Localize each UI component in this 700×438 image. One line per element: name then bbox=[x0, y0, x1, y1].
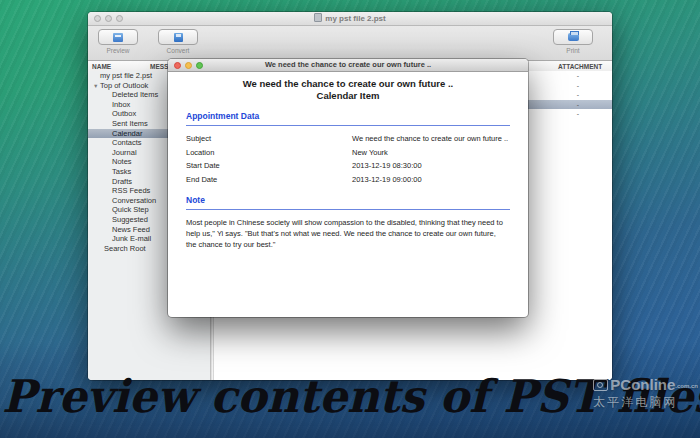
preview-button-label: Preview bbox=[96, 47, 140, 54]
preview-button[interactable]: Preview bbox=[96, 29, 140, 54]
print-button[interactable]: Print bbox=[551, 29, 595, 54]
field-value: 2013-12-19 09:00:00 bbox=[352, 173, 422, 187]
field-value: 2013-12-19 08:30:00 bbox=[352, 159, 422, 173]
sidebar-folder-label: Notes bbox=[112, 157, 132, 166]
watermark-suffix: .com.cn bbox=[675, 383, 698, 389]
window-title: my pst file 2.pst bbox=[88, 12, 612, 25]
section-divider bbox=[186, 125, 510, 126]
sidebar-folder-label: Suggested bbox=[112, 215, 148, 224]
item-heading: We need the chance to create our own fut… bbox=[168, 78, 528, 102]
section-divider bbox=[186, 209, 510, 210]
watermark-chinese: 太平洋电脑网 bbox=[593, 394, 698, 411]
field-value: We need the chance to create our own fut… bbox=[352, 132, 508, 146]
sidebar-folder-label: Tasks bbox=[112, 167, 131, 176]
dialog-titlebar[interactable]: We need the chance to create our own fut… bbox=[168, 59, 528, 72]
sidebar-folder-label: RSS Feeds bbox=[112, 186, 150, 195]
close-button[interactable] bbox=[94, 15, 101, 22]
sidebar-folder-label: Inbox bbox=[112, 100, 130, 109]
item-preview-dialog: We need the chance to create our own fut… bbox=[168, 59, 528, 317]
sidebar-folder-label: Sent Items bbox=[112, 119, 148, 128]
minimize-button[interactable] bbox=[105, 15, 112, 22]
appointment-data-section-label: Appointment Data bbox=[186, 111, 510, 121]
watermark-brand: PConline bbox=[610, 376, 675, 393]
attachment-cell: - bbox=[566, 71, 590, 81]
sidebar-folder-label: Drafts bbox=[112, 177, 132, 186]
field-label: Start Date bbox=[186, 159, 220, 173]
field-value: New Yourk bbox=[352, 146, 388, 160]
sidebar-folder-label: News Feed bbox=[112, 225, 150, 234]
field-row: Subject We need the chance to create our… bbox=[168, 132, 528, 146]
sidebar-folder-label: Outbox bbox=[112, 109, 136, 118]
attachment-cell: - bbox=[566, 81, 590, 91]
print-button-label: Print bbox=[551, 47, 595, 54]
sidebar-folder-label: Search Root bbox=[104, 244, 146, 253]
field-label: Subject bbox=[186, 132, 211, 146]
preview-icon bbox=[113, 33, 123, 42]
document-icon bbox=[314, 13, 322, 22]
item-heading-type: Calendar Item bbox=[168, 90, 528, 102]
zoom-button[interactable] bbox=[116, 15, 123, 22]
dialog-close-button[interactable] bbox=[174, 62, 181, 69]
note-text: Most people in Chinese society will show… bbox=[186, 217, 504, 250]
item-heading-subject: We need the chance to create our own fut… bbox=[168, 78, 528, 90]
sidebar-folder-label: Junk E-mail bbox=[112, 234, 151, 243]
convert-icon bbox=[174, 33, 183, 42]
main-toolbar: Preview Convert Print bbox=[88, 26, 612, 61]
caption-text: Preview contents of PST files. bbox=[2, 370, 686, 423]
field-label: End Date bbox=[186, 173, 217, 187]
print-icon bbox=[568, 33, 579, 41]
convert-button[interactable]: Convert bbox=[156, 29, 200, 54]
main-titlebar[interactable]: my pst file 2.pst bbox=[88, 12, 612, 26]
appointment-fields: Subject We need the chance to create our… bbox=[168, 132, 528, 186]
sidebar-folder-label: Conversation bbox=[112, 196, 156, 205]
camera-logo-icon bbox=[593, 379, 608, 391]
dialog-minimize-button[interactable] bbox=[185, 62, 192, 69]
sidebar-folder-label: Contacts bbox=[112, 138, 142, 147]
field-row: End Date 2013-12-19 09:00:00 bbox=[168, 173, 528, 187]
dialog-zoom-button[interactable] bbox=[196, 62, 203, 69]
sidebar-folder-label: Journal bbox=[112, 148, 137, 157]
attachment-cell: - bbox=[566, 100, 590, 110]
sidebar-folder-label: my pst file 2.pst bbox=[100, 71, 152, 80]
sidebar-folder-label: Deleted Items bbox=[112, 90, 158, 99]
attachment-cell: - bbox=[566, 109, 590, 119]
sidebar-folder-label: Calendar bbox=[112, 129, 142, 138]
sidebar-folder-label: Top of Outlook bbox=[100, 81, 148, 90]
field-row: Start Date 2013-12-19 08:30:00 bbox=[168, 159, 528, 173]
field-row: Location New Yourk bbox=[168, 146, 528, 160]
pconline-watermark: PConline.com.cn 太平洋电脑网 bbox=[593, 376, 698, 411]
attachment-cell: - bbox=[566, 90, 590, 100]
note-section-label: Note bbox=[186, 195, 510, 205]
screen: my pst file 2.pst Preview Convert Print … bbox=[0, 0, 700, 438]
dialog-title: We need the chance to create our own fut… bbox=[168, 59, 528, 71]
sidebar-folder-label: Quick Step bbox=[112, 205, 149, 214]
convert-button-label: Convert bbox=[156, 47, 200, 54]
field-label: Location bbox=[186, 146, 214, 160]
